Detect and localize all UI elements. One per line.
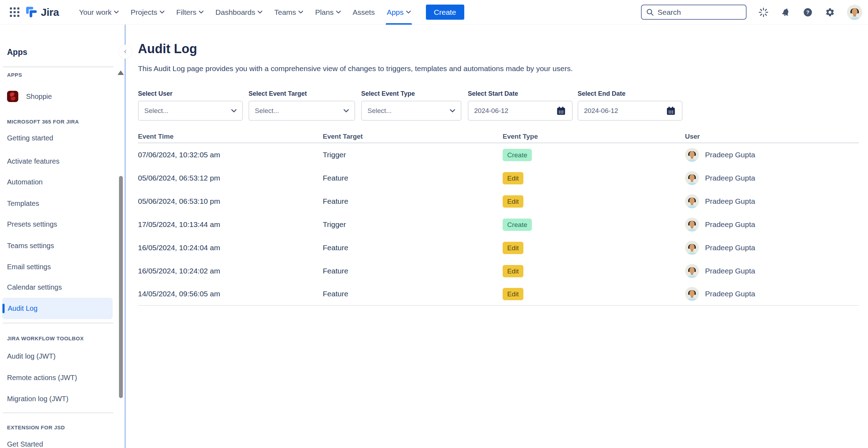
nav-apps-active[interactable]: Apps	[381, 0, 417, 25]
sidebar-section-apps: APPS	[7, 72, 22, 78]
chevron-down-icon	[160, 11, 164, 14]
user-row-avatar	[685, 217, 699, 232]
user-name: Pradeep Gupta	[705, 290, 755, 298]
user-row-avatar	[685, 241, 699, 255]
user-cell: Pradeep Gupta	[685, 217, 859, 232]
filter-event-target-label: Select Event Target	[249, 90, 355, 97]
sidebar-item-remote-actions-jwt[interactable]: Remote actions (JWT)	[0, 370, 113, 385]
sidebar-item-getting-started[interactable]: Getting started	[0, 130, 113, 146]
event-time-cell: 17/05/2024, 10:13:44 am	[138, 220, 323, 229]
sidebar-item-audit-log-selected[interactable]: Audit Log	[2, 298, 113, 319]
help-icon[interactable]: ?	[803, 7, 813, 18]
filter-user-label: Select User	[138, 90, 243, 97]
filter-end-date-label: Select End Date	[578, 90, 683, 97]
nav-dashboards[interactable]: Dashboards	[209, 0, 268, 25]
sidebar-section-m365: MICROSOFT 365 FOR JIRA	[7, 119, 79, 125]
page-description: This Audit Log page provides you with a …	[138, 64, 573, 73]
nav-plans[interactable]: Plans	[309, 0, 347, 25]
user-row-avatar	[685, 287, 699, 301]
table-row: 16/05/2024, 10:24:02 am Feature Edit Pra…	[138, 259, 859, 283]
filter-user: Select User Select...	[138, 90, 243, 121]
chevron-down-icon	[258, 11, 262, 14]
topbar-right-cluster: ?	[641, 5, 862, 20]
column-header-event-type: Event Type	[503, 133, 685, 140]
chevron-down-icon	[199, 11, 203, 14]
event-type-badge: Edit	[503, 288, 523, 300]
sidebar-scroll-up-arrow[interactable]	[118, 70, 124, 75]
event-type-badge: Edit	[503, 242, 523, 254]
sidebar-item-audit-log-jwt[interactable]: Audit log (JWT)	[0, 348, 113, 364]
user-cell: Pradeep Gupta	[685, 148, 859, 162]
search-icon	[646, 8, 654, 16]
filter-event-type-label: Select Event Type	[361, 90, 461, 97]
primary-nav: Your work Projects Filters Dashboards Te…	[73, 0, 416, 25]
start-date-input[interactable]: 2024-06-12	[468, 101, 573, 121]
sidebar-item-automation[interactable]: Automation	[0, 174, 113, 190]
jira-wordmark: Jira	[41, 6, 59, 18]
sidebar-item-activate-features[interactable]: Activate features	[0, 153, 113, 169]
sync-spinner-icon[interactable]	[758, 7, 769, 18]
user-name: Pradeep Gupta	[705, 197, 755, 206]
user-select[interactable]: Select...	[138, 101, 243, 121]
event-type-badge: Edit	[503, 265, 523, 277]
user-name: Pradeep Gupta	[705, 220, 755, 229]
user-avatar[interactable]	[847, 5, 862, 20]
column-header-user: User	[685, 133, 859, 140]
nav-projects[interactable]: Projects	[125, 0, 170, 25]
settings-gear-icon[interactable]	[825, 7, 835, 18]
user-name: Pradeep Gupta	[705, 151, 755, 159]
sidebar-item-shoppie[interactable]: Shoppie	[7, 89, 52, 104]
table-header-row: Event Time Event Target Event Type User	[138, 130, 859, 143]
event-target-select[interactable]: Select...	[249, 101, 355, 121]
end-date-input[interactable]: 2024-06-12	[578, 101, 683, 121]
sidebar-collapse-button[interactable]: ‹	[119, 45, 132, 58]
user-cell: Pradeep Gupta	[685, 287, 859, 301]
table-row: 17/05/2024, 10:13:44 am Trigger Create P…	[138, 213, 859, 236]
sidebar-scrollbar-thumb[interactable]	[119, 176, 123, 398]
jira-logo[interactable]: Jira	[25, 6, 59, 19]
filter-end-date: Select End Date 2024-06-12	[578, 90, 683, 121]
filter-event-type: Select Event Type Select...	[361, 90, 461, 121]
event-time-cell: 05/06/2024, 06:53:10 pm	[138, 197, 323, 206]
event-type-badge: Edit	[503, 195, 523, 208]
search-box[interactable]	[641, 5, 747, 20]
sidebar-section-jsd: EXTENSION FOR JSD	[7, 424, 65, 430]
sidebar-item-presets-settings[interactable]: Presets settings	[0, 216, 113, 232]
sidebar-item-teams-settings[interactable]: Teams settings	[0, 238, 113, 253]
top-navigation-bar: Jira Your work Projects Filters Dashboar…	[0, 0, 868, 25]
calendar-icon	[556, 106, 566, 116]
shoppie-app-icon	[7, 91, 18, 102]
table-row: 14/05/2024, 09:56:05 am Feature Edit Pra…	[138, 283, 859, 306]
user-row-avatar	[685, 264, 699, 278]
sidebar-item-get-started[interactable]: Get Started	[0, 436, 113, 448]
nav-teams[interactable]: Teams	[268, 0, 309, 25]
sidebar-item-migration-log-jwt[interactable]: Migration log (JWT)	[0, 391, 113, 406]
sidebar-item-templates[interactable]: Templates	[0, 196, 113, 211]
event-target-cell: Feature	[323, 197, 503, 206]
event-type-badge: Edit	[503, 172, 523, 184]
nav-your-work[interactable]: Your work	[73, 0, 125, 25]
event-type-select[interactable]: Select...	[361, 101, 461, 121]
event-type-badge: Create	[503, 219, 532, 231]
sidebar-item-calendar-settings[interactable]: Calendar settings	[0, 279, 113, 295]
event-target-cell: Feature	[323, 267, 503, 275]
user-cell: Pradeep Gupta	[685, 194, 859, 208]
chevron-down-icon	[298, 11, 303, 14]
event-time-cell: 07/06/2024, 10:32:05 am	[138, 151, 323, 159]
app-switcher-icon[interactable]	[9, 7, 20, 18]
filter-event-target: Select Event Target Select...	[249, 90, 355, 121]
sidebar-item-email-settings[interactable]: Email settings	[0, 259, 113, 275]
sidebar-resizer[interactable]	[125, 25, 126, 448]
nav-filters[interactable]: Filters	[170, 0, 209, 25]
notifications-bell-icon[interactable]	[780, 7, 791, 18]
event-target-cell: Feature	[323, 290, 503, 298]
user-name: Pradeep Gupta	[705, 267, 755, 275]
create-button[interactable]: Create	[426, 5, 464, 20]
chevron-down-icon	[114, 11, 119, 14]
column-header-event-target: Event Target	[323, 133, 503, 140]
nav-assets[interactable]: Assets	[347, 0, 381, 25]
chevron-down-icon	[336, 11, 341, 14]
user-row-avatar	[685, 194, 699, 208]
event-target-cell: Trigger	[323, 220, 503, 229]
search-input[interactable]	[658, 8, 741, 17]
